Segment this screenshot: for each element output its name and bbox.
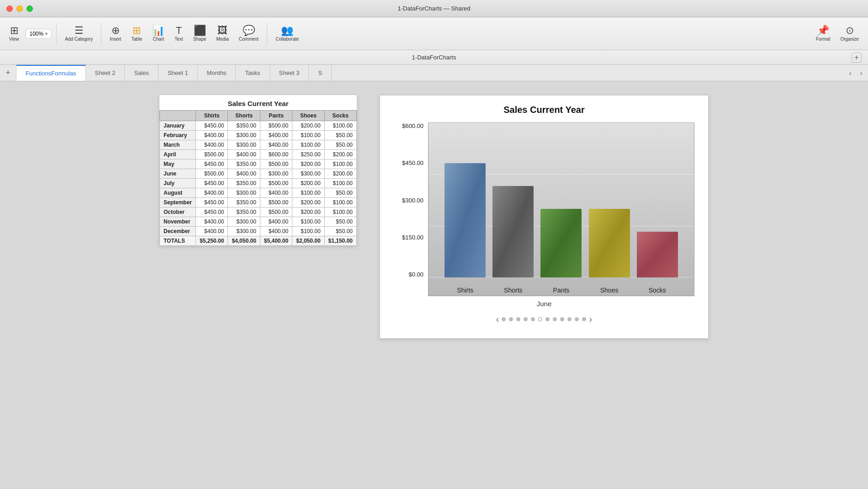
value-cell: $350.00	[228, 121, 260, 131]
doc-title-bar: 1-DataForCharts +	[0, 50, 868, 65]
value-cell: $450.00	[196, 159, 228, 169]
bar-shorts	[492, 186, 534, 277]
value-cell: $400.00	[260, 217, 292, 227]
window-title: 1-DataForCharts — Shared	[398, 5, 471, 12]
value-cell: $200.00	[292, 121, 324, 131]
value-cell: $300.00	[228, 188, 260, 198]
totals-value: $4,050.00	[228, 236, 260, 246]
separator-2	[101, 23, 101, 45]
view-tool[interactable]: ⊞ View	[5, 24, 23, 43]
month-cell: August	[160, 188, 196, 198]
tab-sheet-1[interactable]: Sheet 1	[159, 65, 198, 81]
page-dot-4[interactable]	[524, 317, 528, 321]
tab-sheet-2[interactable]: Sheet 2	[86, 65, 125, 81]
tab-sheet-3[interactable]: Sheet 3	[270, 65, 309, 81]
zoom-value: 100%	[30, 31, 44, 37]
insert-tool[interactable]: ⊕ Insert	[106, 24, 125, 43]
chart-tool[interactable]: 📊 Chart	[148, 24, 168, 43]
collaborate-tool[interactable]: 👥 Collaborate	[272, 24, 302, 43]
maximize-button[interactable]	[26, 5, 33, 12]
tabs-container: FunctionsFormulasSheet 2SalesSheet 1Mont…	[16, 65, 868, 81]
chart-plot: ShirtsShortsPantsShoesSocks	[428, 122, 694, 296]
y-axis-label: $600.00	[402, 122, 423, 129]
collaborate-icon: 👥	[281, 26, 293, 36]
page-dot-7[interactable]	[545, 317, 550, 321]
add-sheet-button[interactable]: +	[0, 65, 16, 81]
table-row: May$450.00$350.00$500.00$200.00$100.00	[160, 159, 357, 169]
page-dot-12[interactable]	[582, 317, 586, 321]
value-cell: $100.00	[324, 121, 356, 131]
media-tool[interactable]: 🖼 Media	[213, 24, 233, 43]
totals-value: $5,250.00	[196, 236, 228, 246]
page-next-button[interactable]: ›	[589, 314, 592, 324]
value-cell: $100.00	[324, 198, 356, 207]
page-dot-5[interactable]	[531, 317, 535, 321]
col-header: Shoes	[292, 111, 324, 121]
page-prev-button[interactable]: ‹	[496, 314, 499, 324]
shape-icon: ⬛	[194, 26, 206, 36]
add-category-tool[interactable]: ☰ Add Category	[61, 24, 96, 43]
month-cell: November	[160, 217, 196, 227]
table-row: June$500.00$400.00$300.00$300.00$200.00	[160, 169, 357, 179]
chart: Sales Current Year $600.00$450.00$300.00…	[380, 95, 709, 339]
page-dot-3[interactable]	[516, 317, 520, 321]
format-tool[interactable]: 📌 Format	[812, 24, 834, 43]
value-cell: $200.00	[324, 150, 356, 159]
organize-tool[interactable]: ⊙ Organize	[836, 24, 863, 43]
bar-shirts	[445, 163, 486, 277]
tab-sales[interactable]: Sales	[125, 65, 159, 81]
separator-3	[267, 23, 267, 45]
bars-row	[429, 123, 694, 277]
tab-prev-button[interactable]: ‹	[845, 68, 855, 78]
value-cell: $400.00	[196, 131, 228, 140]
page-dot-2[interactable]	[509, 317, 513, 321]
value-cell: $300.00	[228, 227, 260, 236]
tab-tasks[interactable]: Tasks	[236, 65, 270, 81]
col-header: Shirts	[196, 111, 228, 121]
month-cell: January	[160, 121, 196, 131]
value-cell: $300.00	[228, 140, 260, 150]
value-cell: $50.00	[324, 140, 356, 150]
table-row: April$500.00$400.00$600.00$250.00$200.00	[160, 150, 357, 159]
page-dot-1[interactable]	[502, 317, 506, 321]
table-row: March$400.00$300.00$400.00$100.00$50.00	[160, 140, 357, 150]
table-tool[interactable]: ⊞ Table	[127, 24, 146, 43]
table-label: Table	[131, 37, 142, 42]
minimize-button[interactable]	[16, 5, 23, 12]
window-controls	[6, 5, 33, 12]
text-tool[interactable]: T Text	[171, 24, 186, 43]
tab-months[interactable]: Months	[198, 65, 236, 81]
value-cell: $400.00	[196, 227, 228, 236]
month-cell: September	[160, 198, 196, 207]
zoom-control[interactable]: 100% ▾	[26, 29, 52, 39]
page-dot-9[interactable]	[560, 317, 564, 321]
value-cell: $400.00	[260, 188, 292, 198]
close-button[interactable]	[6, 5, 13, 12]
x-label-shirts: Shirts	[445, 287, 486, 294]
x-labels: ShirtsShortsPantsShoesSocks	[429, 277, 694, 296]
page-dot-8[interactable]	[553, 317, 557, 321]
table-row: July$450.00$350.00$500.00$200.00$100.00	[160, 179, 357, 188]
comment-tool[interactable]: 💬 Comment	[235, 24, 262, 43]
doc-title: 1-DataForCharts	[412, 54, 456, 61]
page-dot-6[interactable]	[538, 317, 542, 321]
y-axis-label: $450.00	[402, 159, 423, 166]
doc-add-button[interactable]: +	[852, 53, 862, 63]
value-cell: $500.00	[260, 179, 292, 188]
page-dot-11[interactable]	[575, 317, 579, 321]
tab-s[interactable]: S	[309, 65, 332, 81]
shape-tool[interactable]: ⬛ Shape	[190, 24, 210, 43]
y-axis: $600.00$450.00$300.00$150.00$0.00	[394, 122, 428, 296]
value-cell: $200.00	[324, 169, 356, 179]
page-dot-10[interactable]	[567, 317, 572, 321]
comment-icon: 💬	[243, 26, 255, 36]
value-cell: $350.00	[228, 207, 260, 217]
view-label: View	[9, 37, 19, 42]
comment-label: Comment	[239, 37, 259, 42]
media-label: Media	[217, 37, 229, 42]
month-cell: March	[160, 140, 196, 150]
value-cell: $450.00	[196, 207, 228, 217]
tab-functionsformulas[interactable]: FunctionsFormulas	[16, 65, 86, 81]
tab-next-button[interactable]: ›	[856, 68, 866, 78]
x-label-socks: Socks	[637, 287, 678, 294]
